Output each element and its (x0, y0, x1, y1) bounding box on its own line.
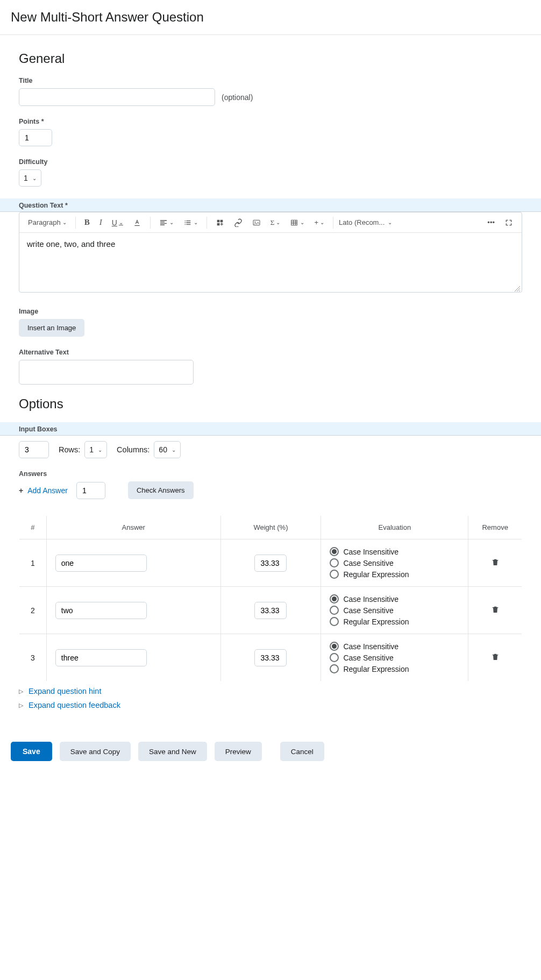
radio-case-insensitive[interactable]: Case Insensitive (330, 547, 459, 556)
radio-icon (330, 558, 339, 567)
answer-input[interactable] (55, 555, 147, 572)
points-label: Points * (19, 118, 522, 125)
radio-case-insensitive[interactable]: Case Insensitive (330, 594, 459, 603)
image-label: Image (19, 308, 522, 315)
list-icon[interactable]: ⌄ (180, 216, 201, 229)
trash-icon[interactable] (491, 655, 500, 663)
rows-select[interactable]: 1⌄ (84, 441, 107, 458)
weight-input[interactable] (254, 555, 287, 572)
font-select[interactable]: Lato (Recom... ⌄ (339, 218, 392, 226)
title-label: Title (19, 77, 522, 84)
col-header-weight: Weight (%) (220, 516, 321, 539)
weight-input[interactable] (254, 649, 287, 666)
question-text-label: Question Text * (0, 198, 541, 212)
expand-hint-link[interactable]: ▷ Expand question hint (19, 687, 522, 695)
title-input[interactable] (19, 88, 215, 106)
radio-regex[interactable]: Regular Expression (330, 617, 459, 626)
general-heading: General (19, 51, 522, 66)
columns-label: Columns: (117, 445, 150, 454)
editor-content[interactable]: write one, two, and three (19, 233, 522, 292)
radio-regex[interactable]: Regular Expression (330, 664, 459, 673)
radio-case-sensitive[interactable]: Case Sensitive (330, 653, 459, 662)
columns-select[interactable]: 60⌄ (154, 441, 181, 458)
radio-icon (330, 594, 339, 603)
chevron-down-icon: ⌄ (98, 447, 102, 453)
options-heading: Options (19, 396, 522, 411)
radio-regex[interactable]: Regular Expression (330, 570, 459, 579)
trash-icon[interactable] (491, 607, 500, 616)
italic-icon[interactable]: I (96, 216, 105, 229)
save-button[interactable]: Save (11, 742, 52, 761)
page-title: New Multi-Short Answer Question (11, 10, 530, 25)
optional-text: (optional) (222, 93, 253, 102)
col-header-num: # (19, 516, 47, 539)
triangle-right-icon: ▷ (19, 702, 23, 709)
add-answer-button[interactable]: + Add Answer (19, 486, 68, 495)
page-header: New Multi-Short Answer Question (0, 0, 541, 35)
radio-case-sensitive[interactable]: Case Sensitive (330, 606, 459, 615)
link-icon[interactable] (231, 216, 246, 229)
check-answers-button[interactable]: Check Answers (128, 481, 194, 499)
save-and-copy-button[interactable]: Save and Copy (60, 742, 131, 761)
more-icon[interactable]: ••• (484, 216, 498, 229)
alt-text-input[interactable] (19, 360, 194, 385)
input-boxes-label: Input Boxes (0, 422, 541, 436)
answers-label: Answers (19, 470, 522, 478)
text-color-icon[interactable] (130, 216, 145, 229)
expand-feedback-link[interactable]: ▷ Expand question feedback (19, 701, 522, 709)
triangle-right-icon: ▷ (19, 688, 23, 695)
rich-text-editor: Paragraph ⌄ B I U ⌄ ⌄ ⌄ Σ ⌄ ⌄ + ⌄ Lato (… (19, 212, 522, 293)
answer-input[interactable] (55, 602, 147, 619)
row-number: 1 (19, 539, 47, 587)
equation-icon[interactable]: Σ ⌄ (267, 216, 284, 229)
editor-toolbar: Paragraph ⌄ B I U ⌄ ⌄ ⌄ Σ ⌄ ⌄ + ⌄ Lato (… (19, 212, 522, 233)
radio-icon (330, 653, 339, 662)
table-row: 1Case InsensitiveCase SensitiveRegular E… (19, 539, 522, 587)
svg-rect-2 (291, 220, 297, 225)
radio-icon (330, 606, 339, 615)
bold-icon[interactable]: B (81, 216, 93, 229)
weight-input[interactable] (254, 602, 287, 619)
trash-icon[interactable] (491, 560, 500, 569)
chevron-down-icon: ⌄ (172, 447, 176, 453)
preview-button[interactable]: Preview (215, 742, 262, 761)
rows-label: Rows: (59, 445, 80, 454)
col-header-remove: Remove (468, 516, 522, 539)
col-header-answer: Answer (46, 516, 220, 539)
fullscreen-icon[interactable] (501, 216, 516, 229)
chevron-down-icon: ⌄ (32, 175, 37, 181)
svg-point-1 (254, 221, 255, 222)
table-icon[interactable]: ⌄ (287, 216, 308, 229)
radio-case-sensitive[interactable]: Case Sensitive (330, 558, 459, 567)
table-row: 3Case InsensitiveCase SensitiveRegular E… (19, 634, 522, 681)
add-answer-count-input[interactable] (76, 482, 105, 499)
insert-stuff-icon[interactable] (212, 216, 227, 229)
alt-text-label: Alternative Text (19, 349, 522, 356)
difficulty-select[interactable]: 1 ⌄ (19, 169, 41, 187)
radio-icon (330, 642, 339, 651)
radio-icon (330, 617, 339, 626)
input-boxes-input[interactable] (19, 441, 49, 458)
radio-icon (330, 664, 339, 673)
radio-icon (330, 570, 339, 579)
cancel-button[interactable]: Cancel (280, 742, 324, 761)
underline-icon[interactable]: U ⌄ (109, 216, 126, 229)
save-and-new-button[interactable]: Save and New (138, 742, 207, 761)
difficulty-label: Difficulty (19, 158, 522, 166)
col-header-eval: Evaluation (321, 516, 468, 539)
insert-image-button[interactable]: Insert an Image (19, 319, 84, 337)
paragraph-select[interactable]: Paragraph ⌄ (25, 216, 70, 229)
row-number: 2 (19, 587, 47, 634)
plus-icon[interactable]: + ⌄ (311, 216, 328, 229)
answer-input[interactable] (55, 649, 147, 666)
table-row: 2Case InsensitiveCase SensitiveRegular E… (19, 587, 522, 634)
footer-actions: Save Save and Copy Save and New Preview … (0, 731, 541, 777)
plus-icon: + (19, 486, 23, 495)
image-icon[interactable] (249, 216, 264, 229)
radio-icon (330, 547, 339, 556)
points-input[interactable] (19, 129, 52, 146)
resize-handle-icon[interactable] (514, 285, 521, 291)
radio-case-insensitive[interactable]: Case Insensitive (330, 642, 459, 651)
align-icon[interactable]: ⌄ (156, 216, 177, 229)
answers-table: # Answer Weight (%) Evaluation Remove 1C… (19, 515, 522, 681)
